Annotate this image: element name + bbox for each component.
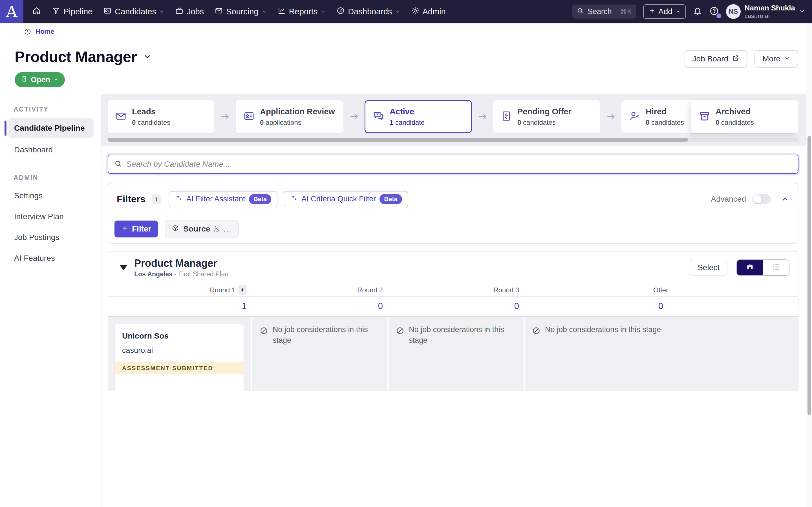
stage-name: Application Review: [260, 107, 335, 116]
stage-leads[interactable]: Leads 0 candidates: [108, 100, 214, 133]
ai-filter-assistant-button[interactable]: AI Filter Assistant Beta: [168, 191, 277, 207]
more-label: More: [762, 54, 780, 63]
global-search[interactable]: Search ⌘K: [572, 4, 637, 18]
section-titles: Product Manager Los Angeles - First Shar…: [134, 257, 229, 278]
chevron-down-icon: [799, 8, 805, 15]
sidebar-item-settings[interactable]: Settings: [0, 187, 101, 205]
scrollbar-thumb[interactable]: [808, 136, 811, 415]
chip-value: ...: [223, 224, 232, 233]
nav-candidates[interactable]: Candidates: [98, 6, 170, 17]
nav-pipeline[interactable]: Pipeline: [47, 6, 98, 17]
job-status-label: Open: [31, 75, 50, 84]
add-filter-button[interactable]: Filter: [114, 221, 158, 237]
round-3-column: No job considerations in this stage: [388, 317, 523, 391]
offer-count: 0: [523, 297, 798, 316]
chevron-down-icon: [262, 7, 267, 16]
notifications-button[interactable]: [693, 6, 702, 17]
sparkles-icon: [290, 194, 298, 204]
chevron-up-icon[interactable]: [781, 195, 790, 203]
job-status-button[interactable]: Open: [15, 72, 65, 87]
person-check-icon: [629, 110, 641, 123]
stages-horizontal-scrollbar[interactable]: [108, 138, 799, 142]
empty-stage-message: No job considerations in this stage: [389, 317, 523, 346]
info-icon[interactable]: i: [152, 194, 161, 204]
bell-icon: [693, 6, 702, 17]
user-menu[interactable]: NS Naman Shukla casuro.ai: [726, 4, 805, 20]
plus-icon: [121, 224, 129, 234]
list-icon: [772, 263, 780, 272]
job-board-button[interactable]: Job Board: [684, 50, 748, 68]
toggle-knob: [753, 195, 762, 203]
nav-dashboards[interactable]: Dashboards: [331, 6, 405, 17]
job-section-panel: Product Manager Los Angeles - First Shar…: [108, 251, 799, 391]
sidebar-item-interview-plan[interactable]: Interview Plan: [0, 208, 101, 226]
round-3-header: Round 3: [388, 284, 523, 296]
app-logo[interactable]: A: [0, 0, 23, 23]
sidebar-item-dashboard[interactable]: Dashboard: [0, 141, 101, 159]
stage-count: 0: [260, 119, 264, 126]
sidebar-item-ai-features[interactable]: AI Features: [0, 249, 101, 267]
candidate-card[interactable]: Unicorn Sos casuro.ai ASSESSMENT SUBMITT…: [114, 324, 244, 391]
nav-sourcing[interactable]: Sourcing: [209, 6, 272, 17]
nav-jobs[interactable]: Jobs: [170, 6, 209, 17]
nav-reports[interactable]: Reports: [272, 6, 331, 17]
content-area: Leads 0 candidates Application Review 0 …: [101, 94, 812, 507]
select-button[interactable]: Select: [690, 260, 727, 276]
candidate-company: casuro.ai: [115, 341, 244, 355]
page-vertical-scrollbar[interactable]: [806, 23, 812, 507]
pipeline-stage-strip: Leads 0 candidates Application Review 0 …: [101, 94, 812, 146]
filters-panel: Filters i AI Filter Assistant Beta AI Cr…: [108, 183, 799, 244]
stage-unit: candidates: [138, 119, 170, 126]
gear-icon: [411, 6, 419, 17]
more-button[interactable]: More: [755, 50, 798, 68]
help-button[interactable]: [709, 6, 719, 17]
topbar-right: Search ⌘K Add NS Naman Shukla casuro.ai: [572, 4, 812, 20]
section-location: Los Angeles: [134, 270, 172, 278]
add-button[interactable]: Add: [643, 4, 686, 19]
list-view-button[interactable]: [763, 260, 789, 275]
stage-application-review[interactable]: Application Review 0 applications: [236, 100, 343, 133]
job-header-actions: Job Board More: [684, 50, 798, 68]
help-notification-dot: [716, 13, 721, 18]
breadcrumb-home-link[interactable]: Home: [36, 27, 54, 36]
empty-stage-text: No job considerations in this stage: [273, 325, 388, 346]
sidebar-item-label: AI Features: [14, 254, 55, 263]
sidebar-item-job-postings[interactable]: Job Postings: [0, 228, 101, 246]
slash-circle-icon: [531, 325, 541, 339]
job-board-label: Job Board: [693, 54, 728, 63]
candidate-search-input[interactable]: [126, 160, 792, 169]
ai-criteria-quick-filter-label: AI Criteria Quick Filter: [301, 194, 376, 203]
collapse-triangle-icon[interactable]: [119, 265, 128, 270]
stage-name: Leads: [132, 107, 170, 116]
stage-unit: candidates: [651, 119, 684, 126]
stage-name: Active: [390, 107, 424, 116]
job-section-header: Product Manager Los Angeles - First Shar…: [108, 251, 798, 284]
filters-title: Filters: [117, 193, 146, 205]
nav-home[interactable]: [27, 6, 47, 17]
stage-active[interactable]: Active 1 candidate: [364, 100, 472, 133]
lightning-icon[interactable]: [238, 285, 247, 295]
source-filter-chip[interactable]: Source is ...: [165, 221, 238, 237]
round-1-header: Round 1: [108, 284, 251, 296]
ai-criteria-quick-filter-button[interactable]: AI Criteria Quick Filter Beta: [284, 191, 408, 207]
search-shortcut: ⌘K: [620, 8, 632, 16]
kanban-view-button[interactable]: [737, 260, 763, 275]
advanced-toggle[interactable]: [752, 194, 771, 204]
title-dropdown-chevron-icon[interactable]: [143, 52, 152, 61]
chart-icon: [277, 6, 286, 17]
filters-chips-row: Filter Source is ...: [108, 215, 798, 243]
stage-archived[interactable]: Archived 0 candidates: [691, 100, 799, 133]
funnel-icon: [52, 6, 60, 17]
home-icon: [32, 6, 41, 17]
avatar: NS: [726, 4, 741, 19]
sidebar-admin-label: ADMIN: [0, 174, 101, 182]
sidebar-item-label: Interview Plan: [14, 212, 64, 221]
scrollbar-thumb[interactable]: [108, 138, 688, 142]
sidebar-item-candidate-pipeline[interactable]: Candidate Pipeline: [8, 118, 94, 138]
nav-admin[interactable]: Admin: [406, 6, 451, 17]
history-icon[interactable]: [24, 27, 32, 36]
stage-pending-offer[interactable]: Pending Offer 0 candidates: [493, 100, 600, 133]
beta-badge: Beta: [249, 194, 271, 204]
arrow-right-icon: [600, 100, 621, 133]
sidebar-item-label: Job Postings: [14, 233, 59, 242]
